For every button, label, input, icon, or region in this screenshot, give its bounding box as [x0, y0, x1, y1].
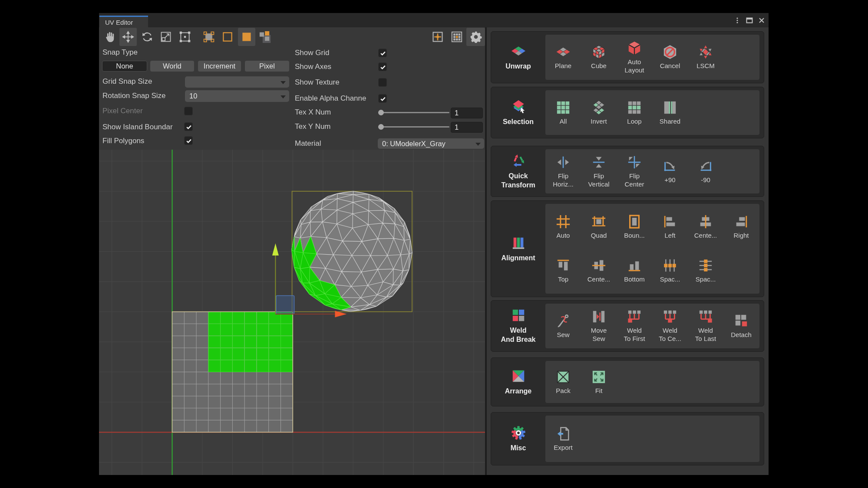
cente-button[interactable]: Cente...: [688, 214, 723, 239]
bottom-button[interactable]: Bottom: [617, 258, 652, 283]
group-selection: SelectionAllInvertLoopShared: [491, 87, 764, 138]
material-dropdown[interactable]: 0: UModelerX_Gray: [378, 138, 484, 149]
tex-x-num-value[interactable]: 1: [451, 108, 483, 118]
left-button[interactable]: Left: [652, 214, 688, 239]
invert-button[interactable]: Invert: [581, 100, 617, 125]
cente-button[interactable]: Cente...: [581, 258, 617, 283]
vertex-mode-button[interactable]: [200, 28, 218, 46]
win-maximize-icon: [746, 17, 753, 24]
+90-button[interactable]: +90: [652, 155, 688, 188]
weld-to-last-button[interactable]: Weld To Last: [688, 309, 723, 343]
grid-snap-size-dropdown[interactable]: [185, 76, 289, 88]
face-mode-button[interactable]: [238, 28, 255, 46]
move-sew-button[interactable]: Move Sew: [581, 309, 617, 343]
sew-button[interactable]: Sew: [545, 309, 581, 343]
all-button[interactable]: All: [545, 100, 581, 125]
show-axes-checkbox[interactable]: [378, 62, 387, 71]
show-texture-checkbox[interactable]: [378, 78, 387, 87]
uv-grid-toggle-button[interactable]: [429, 28, 446, 46]
scale-tool-button[interactable]: [157, 28, 175, 46]
tex-y-num-slider[interactable]: [378, 126, 449, 128]
pack-button[interactable]: Pack: [545, 370, 581, 395]
move-tool-button[interactable]: [119, 28, 137, 46]
gizmo-plane-handle[interactable]: [276, 296, 294, 314]
show-island-boundary-checkbox[interactable]: [184, 122, 193, 131]
spac-button[interactable]: Spac...: [652, 258, 688, 283]
b-fit-icon: [591, 370, 606, 384]
spac-button[interactable]: Spac...: [688, 258, 723, 283]
right-button[interactable]: Right: [723, 214, 759, 239]
rotate-tool-button[interactable]: [139, 28, 156, 46]
boun-button[interactable]: Boun...: [617, 214, 652, 239]
tb-rect-icon: [179, 31, 191, 43]
cube-button[interactable]: Cube: [581, 41, 617, 74]
button-label: -90: [701, 176, 710, 184]
90-button[interactable]: -90: [688, 155, 723, 188]
b-rotminus-icon: [698, 159, 713, 174]
button-label: Pack: [556, 386, 570, 395]
tex-y-num-value[interactable]: 1: [451, 122, 483, 133]
b-al-sph-icon: [663, 258, 677, 273]
button-label: Sew: [557, 331, 569, 339]
weld-to-ce-button[interactable]: Weld To Ce...: [652, 309, 688, 343]
button-label: Weld To First: [624, 326, 645, 343]
b-al-left-icon: [663, 214, 677, 229]
cancel-button[interactable]: Cancel: [652, 41, 688, 74]
tile-view-button[interactable]: [448, 28, 465, 46]
detach-button[interactable]: Detach: [723, 309, 759, 343]
pixel-center-label: Pixel Center: [102, 107, 183, 115]
pixel-center-checkbox[interactable]: [184, 107, 193, 115]
b-cancel-icon: [663, 45, 677, 59]
flip-center-button[interactable]: Flip Center: [617, 155, 652, 188]
tab-uv-editor[interactable]: UV Editor: [99, 16, 148, 27]
window-close-button[interactable]: [758, 16, 766, 24]
b-detach-icon: [734, 314, 749, 328]
tex-x-num-slider[interactable]: [378, 112, 449, 113]
uv-canvas[interactable]: [99, 150, 485, 475]
rect-select-tool-button[interactable]: [176, 28, 194, 46]
window-maximize-button[interactable]: [746, 16, 753, 24]
button-row: AllInvertLoopShared: [545, 100, 759, 125]
pan-tool-button[interactable]: [101, 28, 118, 46]
flip-horiz-button[interactable]: Flip Horiz...: [545, 155, 581, 188]
auto-button[interactable]: Auto: [545, 214, 581, 239]
export-button[interactable]: Export: [545, 426, 581, 452]
b-fliph-icon: [556, 155, 571, 170]
enable-alpha-channel-checkbox[interactable]: [378, 94, 387, 103]
show-grid-checkbox[interactable]: [378, 49, 387, 57]
shared-button[interactable]: Shared: [652, 100, 688, 125]
quad-button[interactable]: Quad: [581, 214, 617, 239]
g-weld-icon: [511, 308, 526, 323]
fit-button[interactable]: Fit: [581, 370, 617, 395]
lscm-button[interactable]: LSCM: [688, 41, 723, 74]
island-mode-button[interactable]: [257, 28, 274, 46]
settings-panel: Snap Type NoneWorldIncrementPixel Grid S…: [99, 46, 485, 150]
settings-gear-button[interactable]: [466, 28, 485, 46]
top-button[interactable]: Top: [545, 258, 581, 283]
tex-y-num-slider-knob[interactable]: [378, 124, 384, 130]
b-flipv-icon: [591, 155, 606, 170]
group-unwrap-buttons: PlaneCubeAuto LayoutCancelLSCM: [545, 35, 759, 80]
snap-type-none-button[interactable]: None: [102, 61, 147, 72]
group-title: Misc: [511, 443, 526, 452]
fill-polygons-checkbox[interactable]: [184, 136, 193, 145]
group-weld-and-break-buttons: SewMove SewWeld To FirstWeld To Ce...Wel…: [545, 304, 759, 348]
snap-type-world-button[interactable]: World: [150, 61, 195, 72]
window-menu-button[interactable]: [733, 16, 741, 24]
auto-layout-button[interactable]: Auto Layout: [617, 41, 652, 74]
tb-scale-icon: [160, 31, 172, 43]
snap-type-increment-button[interactable]: Increment: [198, 61, 241, 72]
tex-x-num-slider-knob[interactable]: [378, 110, 384, 115]
plane-button[interactable]: Plane: [545, 41, 581, 74]
weld-to-first-button[interactable]: Weld To First: [617, 309, 652, 343]
button-label: +90: [664, 176, 675, 184]
snap-type-pixel-button[interactable]: Pixel: [245, 61, 289, 72]
flip-vertical-button[interactable]: Flip Vertical: [581, 155, 617, 188]
group-arrange-buttons: PackFit: [545, 361, 759, 403]
snap-type-option-label: Pixel: [259, 62, 275, 70]
rotation-snap-size-dropdown[interactable]: 10: [185, 90, 289, 102]
group-misc-buttons: Export: [545, 416, 759, 462]
dropdown-caret-icon: [281, 95, 286, 98]
edge-mode-button[interactable]: [219, 28, 236, 46]
loop-button[interactable]: Loop: [617, 100, 652, 125]
